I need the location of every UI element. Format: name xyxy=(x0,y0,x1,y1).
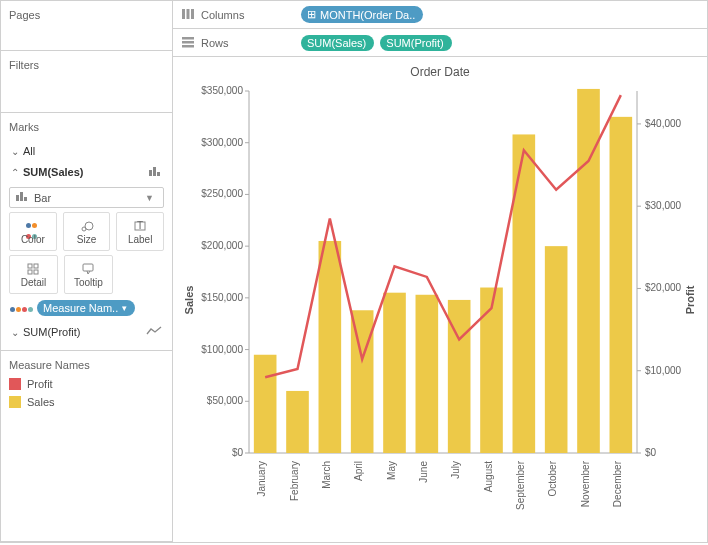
svg-rect-19 xyxy=(182,41,194,44)
svg-text:$10,000: $10,000 xyxy=(645,365,682,376)
svg-text:$100,000: $100,000 xyxy=(201,344,243,355)
marks-size-label: Size xyxy=(77,234,96,245)
marks-label-button[interactable]: T Label xyxy=(116,212,164,251)
columns-pill-label: MONTH(Order Da.. xyxy=(320,9,415,21)
marks-color-button[interactable]: Color xyxy=(9,212,57,251)
pages-shelf[interactable]: Pages xyxy=(1,1,172,51)
svg-text:$50,000: $50,000 xyxy=(207,395,244,406)
svg-text:May: May xyxy=(386,461,397,480)
marks-sum-profit-row[interactable]: ⌄ SUM(Profit) xyxy=(9,322,164,342)
columns-label: Columns xyxy=(201,9,244,21)
svg-rect-50 xyxy=(254,355,277,453)
marks-size-button[interactable]: Size xyxy=(63,212,111,251)
columns-pill-month[interactable]: ⊞ MONTH(Order Da.. xyxy=(301,6,423,23)
svg-text:$200,000: $200,000 xyxy=(201,240,243,251)
svg-point-7 xyxy=(85,222,93,230)
marks-tooltip-button[interactable]: Tooltip xyxy=(64,255,113,294)
legend-swatch-profit xyxy=(9,378,21,390)
marks-label: Marks xyxy=(9,117,164,137)
svg-text:$30,000: $30,000 xyxy=(645,200,682,211)
svg-text:$350,000: $350,000 xyxy=(201,85,243,96)
left-side-panel: Pages Filters Marks ⌄ All ⌃ SUM(Sales) xyxy=(1,1,173,542)
legend-label-profit: Profit xyxy=(27,378,53,390)
svg-text:$0: $0 xyxy=(232,447,244,458)
measure-names-pill[interactable]: Measure Nam.. ▾ xyxy=(37,300,135,316)
y-axis-left-label: Sales xyxy=(183,285,195,314)
svg-text:T: T xyxy=(137,220,143,231)
svg-rect-52 xyxy=(319,241,342,453)
measure-names-pill-label: Measure Nam.. xyxy=(43,302,118,314)
svg-text:July: July xyxy=(450,461,461,479)
svg-rect-1 xyxy=(153,167,156,176)
svg-text:August: August xyxy=(483,461,494,492)
svg-rect-5 xyxy=(24,197,27,201)
detail-icon xyxy=(26,261,40,277)
legend-label-sales: Sales xyxy=(27,396,55,408)
chart-svg[interactable]: $0$50,000$100,000$150,000$200,000$250,00… xyxy=(183,81,695,533)
bar-mini-icon xyxy=(16,191,28,204)
svg-rect-4 xyxy=(20,192,23,201)
color-dots-icon xyxy=(9,302,33,314)
legend-item-sales[interactable]: Sales xyxy=(9,393,164,411)
svg-text:October: October xyxy=(547,460,558,496)
legend-swatch-sales xyxy=(9,396,21,408)
svg-text:$40,000: $40,000 xyxy=(645,118,682,129)
mark-type-label: Bar xyxy=(34,192,51,204)
marks-detail-label: Detail xyxy=(21,277,47,288)
svg-text:$300,000: $300,000 xyxy=(201,137,243,148)
svg-rect-15 xyxy=(182,9,185,19)
marks-all-row[interactable]: ⌄ All xyxy=(9,141,164,161)
chevron-up-icon: ⌃ xyxy=(11,167,23,178)
svg-text:April: April xyxy=(353,461,364,481)
plus-icon: ⊞ xyxy=(307,8,316,21)
rows-pill-profit[interactable]: SUM(Profit) xyxy=(380,35,451,51)
marks-detail-button[interactable]: Detail xyxy=(9,255,58,294)
rows-label: Rows xyxy=(201,37,229,49)
y-axis-right-label: Profit xyxy=(685,285,697,314)
rows-shelf[interactable]: Rows SUM(Sales) SUM(Profit) xyxy=(173,29,707,57)
marks-card: Marks ⌄ All ⌃ SUM(Sales) Ba xyxy=(1,113,172,351)
svg-rect-20 xyxy=(182,45,194,48)
legend-title: Measure Names xyxy=(9,355,164,375)
svg-rect-61 xyxy=(610,117,633,453)
legend-item-profit[interactable]: Profit xyxy=(9,375,164,393)
svg-rect-12 xyxy=(28,270,32,274)
svg-text:June: June xyxy=(418,461,429,483)
filters-label: Filters xyxy=(9,55,164,75)
svg-rect-0 xyxy=(149,170,152,176)
svg-rect-57 xyxy=(480,288,503,453)
chevron-down-icon: ⌄ xyxy=(11,327,23,338)
chart-title: Order Date xyxy=(183,65,697,79)
rows-icon xyxy=(181,36,195,50)
marks-all-label: All xyxy=(23,145,35,157)
svg-rect-18 xyxy=(182,37,194,40)
line-type-icon xyxy=(146,326,162,338)
marks-sum-sales-row[interactable]: ⌃ SUM(Sales) xyxy=(9,161,164,183)
worksheet-area: Columns ⊞ MONTH(Order Da.. Rows SUM(Sale… xyxy=(173,1,707,542)
svg-rect-11 xyxy=(34,264,38,268)
label-icon: T xyxy=(133,218,147,234)
marks-label-label: Label xyxy=(128,234,152,245)
svg-rect-2 xyxy=(157,172,160,176)
columns-shelf[interactable]: Columns ⊞ MONTH(Order Da.. xyxy=(173,1,707,29)
chevron-down-icon: ⌄ xyxy=(11,146,23,157)
svg-text:$150,000: $150,000 xyxy=(201,292,243,303)
svg-text:November: November xyxy=(580,460,591,507)
tooltip-icon xyxy=(81,261,95,277)
marks-sum-profit-label: SUM(Profit) xyxy=(23,326,80,338)
filters-shelf[interactable]: Filters xyxy=(1,51,172,113)
svg-rect-13 xyxy=(34,270,38,274)
svg-text:$20,000: $20,000 xyxy=(645,282,682,293)
svg-text:$0: $0 xyxy=(645,447,657,458)
svg-rect-17 xyxy=(191,9,194,19)
rows-pill-sales-label: SUM(Sales) xyxy=(307,37,366,49)
rows-pill-sales[interactable]: SUM(Sales) xyxy=(301,35,374,51)
svg-text:January: January xyxy=(256,461,267,497)
svg-rect-16 xyxy=(187,9,190,19)
svg-rect-53 xyxy=(351,310,374,453)
mark-type-select[interactable]: Bar ▼ xyxy=(9,187,164,208)
marks-tooltip-label: Tooltip xyxy=(74,277,103,288)
svg-rect-58 xyxy=(513,134,536,453)
svg-text:December: December xyxy=(612,460,623,507)
svg-text:September: September xyxy=(515,460,526,510)
